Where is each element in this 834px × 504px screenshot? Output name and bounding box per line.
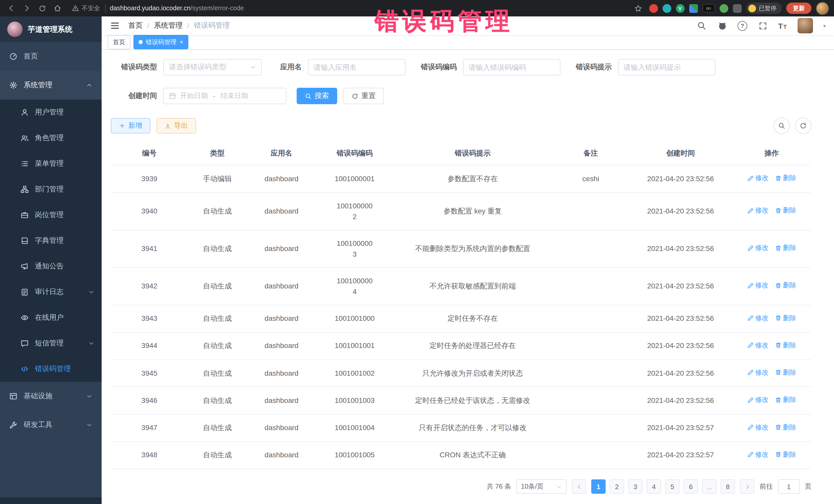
- delete-link[interactable]: 删除: [775, 173, 796, 183]
- breadcrumb-item[interactable]: 系统管理: [154, 21, 183, 30]
- green-v-extension-icon[interactable]: V: [676, 4, 684, 13]
- edit-link[interactable]: 修改: [747, 422, 769, 432]
- sidebar-item-error-code-management[interactable]: 错误码管理: [0, 356, 102, 382]
- sidebar-item-audit-log[interactable]: 审计日志: [0, 279, 102, 305]
- edit-link[interactable]: 修改: [747, 368, 769, 377]
- sidebar-item-home[interactable]: 首页: [0, 42, 102, 71]
- delete-link[interactable]: 删除: [775, 368, 796, 377]
- edit-link[interactable]: 修改: [747, 395, 769, 405]
- help-icon[interactable]: ?: [738, 21, 747, 30]
- tab-home[interactable]: 首页: [108, 35, 130, 49]
- close-icon[interactable]: ×: [180, 39, 183, 45]
- page-ellipsis[interactable]: ...: [702, 479, 717, 494]
- edit-link[interactable]: 修改: [747, 281, 769, 290]
- error-code-input[interactable]: [463, 59, 561, 76]
- github-icon[interactable]: [717, 21, 727, 31]
- sidebar-item-menu-management[interactable]: 菜单管理: [0, 151, 102, 177]
- cell-id: 3939: [111, 165, 188, 193]
- edit-link[interactable]: 修改: [747, 313, 769, 323]
- on-badge-extension-icon[interactable]: on: [702, 4, 715, 12]
- page-button[interactable]: 8: [721, 479, 735, 494]
- address-bar[interactable]: 不安全 dashboard.yudao.iocoder.cn/system/er…: [72, 4, 624, 13]
- goto-page-input[interactable]: [778, 479, 799, 494]
- breadcrumb-item[interactable]: 首页: [128, 21, 143, 30]
- edit-link[interactable]: 修改: [747, 243, 769, 253]
- page-button[interactable]: 6: [684, 479, 698, 494]
- megaphone-icon: [21, 262, 29, 270]
- cell-id: 3948: [111, 442, 188, 469]
- search-icon[interactable]: [697, 21, 707, 31]
- bookmark-star-icon[interactable]: [632, 2, 644, 14]
- page-button[interactable]: 5: [665, 479, 680, 494]
- annotation-title: 错误码管理: [375, 5, 513, 38]
- cell-type: 自动生成: [188, 442, 247, 469]
- delete-link[interactable]: 删除: [775, 340, 796, 350]
- cell-app: dashboard: [247, 414, 316, 442]
- wrench-icon: [9, 421, 18, 429]
- tab-error-code-management[interactable]: 错误码管理 ×: [133, 35, 188, 49]
- edit-link[interactable]: 修改: [747, 340, 769, 350]
- delete-link[interactable]: 删除: [775, 395, 796, 405]
- fullscreen-icon[interactable]: [758, 21, 768, 31]
- home-button[interactable]: [51, 2, 64, 14]
- date-range-picker[interactable]: 开始日期 - 结束日期: [163, 88, 286, 105]
- toggle-search-button[interactable]: [773, 118, 790, 134]
- filter-type-label: 错误码类型: [111, 63, 157, 72]
- delete-link[interactable]: 删除: [775, 313, 796, 323]
- page-size-select[interactable]: 10条/页: [516, 479, 567, 494]
- search-icon: [778, 123, 785, 130]
- export-button[interactable]: 导出: [156, 118, 196, 134]
- add-button[interactable]: 新增: [111, 118, 150, 134]
- sidebar-item-notice[interactable]: 通知公告: [0, 254, 102, 279]
- flask-extension-icon[interactable]: [733, 4, 741, 13]
- breadcrumb-separator: /: [187, 22, 190, 30]
- browser-profile-avatar[interactable]: [816, 2, 829, 15]
- leaf-extension-icon[interactable]: [719, 4, 728, 13]
- delete-link[interactable]: 删除: [775, 205, 796, 216]
- reset-button[interactable]: 重置: [343, 88, 384, 105]
- sidebar-item-role-management[interactable]: 角色管理: [0, 125, 102, 151]
- filter-date-label: 创建时间: [111, 92, 157, 101]
- page-button[interactable]: 1: [591, 479, 606, 494]
- sidebar-item-infrastructure[interactable]: 基础设施: [0, 382, 102, 411]
- user-avatar[interactable]: [797, 18, 813, 34]
- reload-button[interactable]: [36, 2, 48, 14]
- delete-link[interactable]: 删除: [775, 450, 796, 460]
- refresh-table-button[interactable]: [795, 118, 811, 134]
- delete-link[interactable]: 删除: [775, 243, 796, 253]
- back-button[interactable]: [5, 2, 18, 14]
- apps-grid-extension-icon[interactable]: [689, 4, 698, 13]
- sidebar-item-sms-management[interactable]: 短信管理: [0, 330, 102, 356]
- prev-page-button[interactable]: [572, 479, 586, 494]
- sidebar-item-dept-management[interactable]: 部门管理: [0, 177, 102, 202]
- edit-link[interactable]: 修改: [747, 205, 769, 216]
- edit-link[interactable]: 修改: [747, 173, 769, 183]
- font-size-icon[interactable]: TT: [778, 21, 787, 30]
- search-button[interactable]: 搜索: [297, 88, 337, 105]
- sidebar-item-post-management[interactable]: 岗位管理: [0, 202, 102, 228]
- sidebar-item-user-management[interactable]: 用户管理: [0, 100, 102, 125]
- paused-badge[interactable]: 已暂停: [746, 3, 782, 14]
- error-msg-input[interactable]: [618, 59, 716, 76]
- sidebar-item-system[interactable]: 系统管理: [0, 71, 102, 100]
- forward-button[interactable]: [21, 2, 33, 14]
- picker-extension-icon[interactable]: [662, 4, 671, 13]
- page-button[interactable]: 2: [610, 479, 624, 494]
- delete-link[interactable]: 删除: [775, 422, 796, 432]
- sidebar-item-dict-management[interactable]: 字典管理: [0, 228, 102, 254]
- update-button[interactable]: 更新: [786, 3, 811, 14]
- page-button[interactable]: 3: [628, 479, 642, 494]
- system-submenu: 用户管理 角色管理 菜单管理 部门管理 岗位管理: [0, 100, 102, 382]
- app-name-input[interactable]: [308, 59, 405, 76]
- page-button[interactable]: 4: [647, 479, 661, 494]
- hamburger-icon[interactable]: [110, 21, 120, 31]
- adblock-extension-icon[interactable]: [649, 4, 658, 13]
- edit-link[interactable]: 修改: [747, 450, 769, 460]
- cell-type: 手动编辑: [188, 165, 247, 193]
- sidebar-item-dev-tools[interactable]: 研发工具: [0, 411, 102, 439]
- error-type-select[interactable]: 请选择错误码类型: [163, 59, 262, 76]
- delete-link[interactable]: 删除: [775, 281, 796, 290]
- sidebar-item-online-users[interactable]: 在线用户: [0, 305, 102, 330]
- caret-down-icon[interactable]: ▾: [823, 23, 826, 28]
- next-page-button[interactable]: [740, 479, 754, 494]
